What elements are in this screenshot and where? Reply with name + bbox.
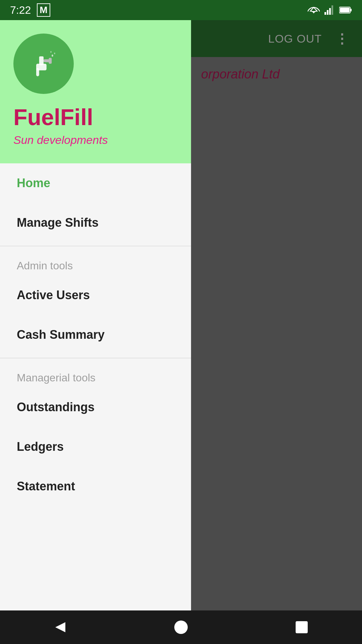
status-bar: 7:22 M bbox=[0, 0, 362, 20]
navigation-drawer: FuelFill Sun developments Home Manage Sh… bbox=[0, 20, 191, 644]
nav-label-active-users: Active Users bbox=[17, 288, 90, 302]
svg-point-12 bbox=[52, 55, 53, 57]
svg-rect-3 bbox=[331, 5, 333, 15]
bottom-nav bbox=[0, 610, 362, 644]
nav-item-ledgers[interactable]: Ledgers bbox=[0, 427, 191, 467]
app-name: FuelFill bbox=[13, 104, 178, 130]
nav-item-outstandings[interactable]: Outstandings bbox=[0, 387, 191, 427]
svg-rect-0 bbox=[324, 12, 326, 15]
recents-square-icon bbox=[294, 620, 309, 635]
nav-item-home[interactable]: Home bbox=[0, 163, 191, 203]
svg-point-16 bbox=[174, 621, 188, 634]
wifi-icon bbox=[308, 5, 320, 15]
nav-label-ledgers: Ledgers bbox=[17, 440, 64, 454]
recents-button[interactable] bbox=[288, 614, 315, 641]
gmail-icon: M bbox=[37, 3, 50, 17]
fuel-nozzle-icon bbox=[25, 45, 62, 82]
status-bar-right bbox=[308, 5, 352, 15]
nav-label-manage-shifts: Manage Shifts bbox=[17, 216, 99, 230]
app-logo-circle bbox=[13, 34, 74, 94]
svg-rect-2 bbox=[329, 8, 331, 15]
admin-tools-section: Admin tools bbox=[0, 250, 191, 275]
battery-icon bbox=[339, 6, 352, 14]
home-circle-icon bbox=[174, 620, 188, 635]
scrim-overlay[interactable] bbox=[191, 20, 362, 644]
nav-item-statement[interactable]: Statement bbox=[0, 467, 191, 506]
svg-rect-8 bbox=[39, 56, 44, 65]
nav-label-home: Home bbox=[17, 176, 50, 190]
svg-rect-5 bbox=[350, 9, 352, 11]
nav-item-manage-shifts[interactable]: Manage Shifts bbox=[0, 203, 191, 243]
drawer-nav: Home Manage Shifts Admin tools Active Us… bbox=[0, 163, 191, 644]
nav-divider-1 bbox=[0, 246, 191, 246]
svg-rect-17 bbox=[296, 621, 308, 633]
back-button[interactable] bbox=[47, 614, 74, 641]
back-icon bbox=[52, 619, 69, 636]
svg-point-13 bbox=[54, 52, 55, 54]
status-bar-left: 7:22 M bbox=[10, 3, 50, 17]
svg-marker-15 bbox=[55, 622, 65, 632]
svg-rect-11 bbox=[36, 68, 39, 76]
managerial-tools-section: Managerial tools bbox=[0, 362, 191, 387]
sub-title: Sun developments bbox=[13, 133, 178, 147]
drawer-header: FuelFill Sun developments bbox=[0, 20, 191, 163]
svg-point-14 bbox=[50, 51, 51, 53]
nav-label-cash-summary: Cash Summary bbox=[17, 328, 105, 342]
status-time: 7:22 bbox=[10, 4, 31, 16]
nav-item-cash-summary[interactable]: Cash Summary bbox=[0, 315, 191, 355]
svg-rect-1 bbox=[327, 10, 328, 15]
home-button[interactable] bbox=[168, 614, 194, 641]
signal-icon bbox=[324, 5, 335, 15]
nav-label-outstandings: Outstandings bbox=[17, 400, 95, 414]
svg-rect-10 bbox=[49, 58, 52, 64]
nav-item-active-users[interactable]: Active Users bbox=[0, 275, 191, 315]
svg-rect-6 bbox=[340, 8, 350, 12]
nav-label-statement: Statement bbox=[17, 479, 75, 493]
nav-divider-2 bbox=[0, 358, 191, 358]
